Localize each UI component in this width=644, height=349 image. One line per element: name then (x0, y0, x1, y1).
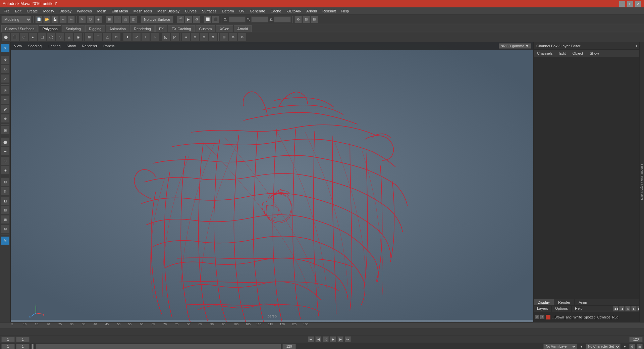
tab-custom[interactable]: Custom (196, 25, 216, 32)
combine-btn[interactable]: ⊕ (191, 33, 199, 42)
quadrangulate-btn[interactable]: □ (112, 33, 121, 42)
menu-edit[interactable]: Edit (13, 8, 24, 14)
extra-left-btn2[interactable]: ⊞ (1, 215, 10, 224)
z-input[interactable] (274, 16, 291, 22)
layer-poly-btn[interactable]: P (540, 315, 544, 319)
start-frame-field[interactable]: 1 (1, 337, 15, 342)
anim-layer-select[interactable]: No Anim Layer (543, 344, 577, 349)
menu-display[interactable]: Display (57, 8, 74, 14)
menu-curves[interactable]: Curves (182, 8, 199, 14)
vp-view-menu[interactable]: View (13, 44, 23, 48)
layer-icon-2[interactable]: ◀ (619, 306, 625, 311)
menu-mesh-display[interactable]: Mesh Display (155, 8, 182, 14)
poly-cube-btn[interactable]: ⬛ (10, 33, 19, 42)
layout1-btn[interactable]: ⬜ (204, 16, 211, 23)
display-mode-btn[interactable]: ⊡ (1, 178, 10, 186)
x-input[interactable] (229, 16, 246, 22)
tab-arnold[interactable]: Arnold (234, 25, 252, 32)
poly-torus-btn[interactable]: ◯ (47, 33, 55, 42)
save-file-btn[interactable]: 💾 (51, 16, 59, 23)
layer-vis-btn[interactable]: V (535, 315, 539, 319)
menu-deform[interactable]: Deform (219, 8, 236, 14)
step-back-btn[interactable]: ◀ (315, 336, 321, 342)
boolean-btn[interactable]: ⊗ (209, 33, 217, 42)
menu-arnold[interactable]: Arnold (304, 8, 319, 14)
paint-btn[interactable]: ◈ (95, 16, 102, 23)
mode-selector[interactable]: Modeling (1, 16, 32, 23)
close-button[interactable]: ✕ (635, 1, 641, 7)
tab-rendering[interactable]: Rendering (130, 25, 155, 32)
settings-btn[interactable]: ⚙ (294, 16, 302, 23)
menu-uv[interactable]: UV (237, 8, 247, 14)
poly-pipe-btn[interactable]: ◉ (74, 33, 83, 42)
layer-color-swatch[interactable] (546, 315, 550, 319)
select-tool-btn[interactable]: ↖ (78, 16, 86, 23)
attr-paint-btn[interactable]: ⚙ (1, 187, 10, 196)
window-controls[interactable]: ─ □ ✕ (619, 1, 641, 7)
mirror-btn[interactable]: ⇔ (181, 33, 190, 42)
maximize-button[interactable]: □ (627, 1, 633, 7)
move-btn[interactable]: ✥ (1, 55, 10, 64)
append-btn[interactable]: + (141, 33, 150, 42)
menu-cache[interactable]: Cache (268, 8, 284, 14)
ch-tab-object[interactable]: Object (572, 51, 584, 56)
character-set-select[interactable]: No Character Set (586, 344, 621, 349)
grow-sel-btn[interactable]: ⊕ (229, 33, 237, 42)
shrink-sel-btn[interactable]: ⊖ (238, 33, 247, 42)
rewind-to-start-btn[interactable]: ⏮ (308, 336, 314, 342)
ch-tab-show[interactable]: Show (589, 51, 600, 56)
tab-curves-surfaces[interactable]: Curves / Surfaces (1, 25, 38, 32)
snap-view-btn[interactable]: ◫ (130, 16, 137, 23)
vp-show-menu[interactable]: Show (65, 44, 77, 48)
component4-btn[interactable]: ◈ (1, 166, 10, 174)
selection-constraint-btn[interactable]: ⊞ (220, 33, 228, 42)
select-btn[interactable]: ↖ (1, 44, 10, 52)
poly-sphere-btn[interactable]: ⬤ (1, 33, 10, 42)
range-slider[interactable] (36, 344, 281, 349)
tab-polygons[interactable]: Polygons (39, 25, 61, 32)
display-tab[interactable]: Display (534, 299, 554, 305)
viewport[interactable]: View Shading Lighting Show Renderer Pane… (11, 42, 533, 322)
menu-modify[interactable]: Modify (41, 8, 56, 14)
bevel-btn[interactable]: ◺ (161, 33, 170, 42)
menu-mesh[interactable]: Mesh (95, 8, 109, 14)
menu-mesh-tools[interactable]: Mesh Tools (131, 8, 154, 14)
artisan-btn[interactable]: ◧ (1, 196, 10, 205)
menu-generate[interactable]: Generate (248, 8, 268, 14)
layout2-btn[interactable]: ⬛ (212, 16, 219, 23)
tab-xgen[interactable]: XGen (216, 25, 233, 32)
tab-rigging[interactable]: Rigging (85, 25, 105, 32)
show-manip-btn[interactable]: ⊕ (1, 114, 10, 123)
vp-lighting-menu[interactable]: Lighting (46, 44, 62, 48)
new-file-btn[interactable]: 📄 (35, 16, 43, 23)
sculpt-btn[interactable]: ✏ (1, 95, 10, 104)
layer-icon-3[interactable]: ⊕ (625, 306, 631, 311)
bridge-btn[interactable]: ⤢ (132, 33, 141, 42)
range-inner-start[interactable]: 1 (16, 344, 30, 349)
component3-btn[interactable]: ⬡ (1, 156, 10, 165)
menu-surfaces[interactable]: Surfaces (200, 8, 219, 14)
tab-fx[interactable]: FX (155, 25, 167, 32)
end-frame-field[interactable]: 120 (629, 337, 643, 342)
menu-redshift[interactable]: Redshift (320, 8, 338, 14)
extra-left-btn[interactable]: ⊟ (1, 206, 10, 214)
undo-btn[interactable]: ↩ (59, 16, 67, 23)
ch-tab-channels[interactable]: Channels (536, 51, 553, 56)
extra-btn1[interactable]: ⊡ (303, 16, 310, 23)
lasso-btn[interactable]: ⬡ (87, 16, 94, 23)
snap-grid-btn[interactable]: ⊞ (106, 16, 113, 23)
range-end-field[interactable]: 120 (282, 344, 296, 349)
menu-edit-mesh[interactable]: Edit Mesh (109, 8, 130, 14)
triangulate-btn[interactable]: △ (103, 33, 112, 42)
render-settings-btn[interactable]: ⚙ (193, 16, 200, 23)
poly-plane-btn[interactable]: ◫ (38, 33, 46, 42)
timeline-track[interactable] (0, 329, 644, 336)
tab-sculpting[interactable]: Sculpting (62, 25, 85, 32)
extra-left-btn3[interactable]: ⊠ (1, 225, 10, 233)
menu-help[interactable]: Help (339, 8, 351, 14)
step-fwd-btn[interactable]: ▶ (337, 336, 343, 342)
ipr-btn[interactable]: ▶ (185, 16, 192, 23)
snap-curve-btn[interactable]: ⌒ (114, 16, 121, 23)
anim-tab[interactable]: Anim (575, 299, 591, 305)
y-input[interactable] (251, 16, 268, 22)
